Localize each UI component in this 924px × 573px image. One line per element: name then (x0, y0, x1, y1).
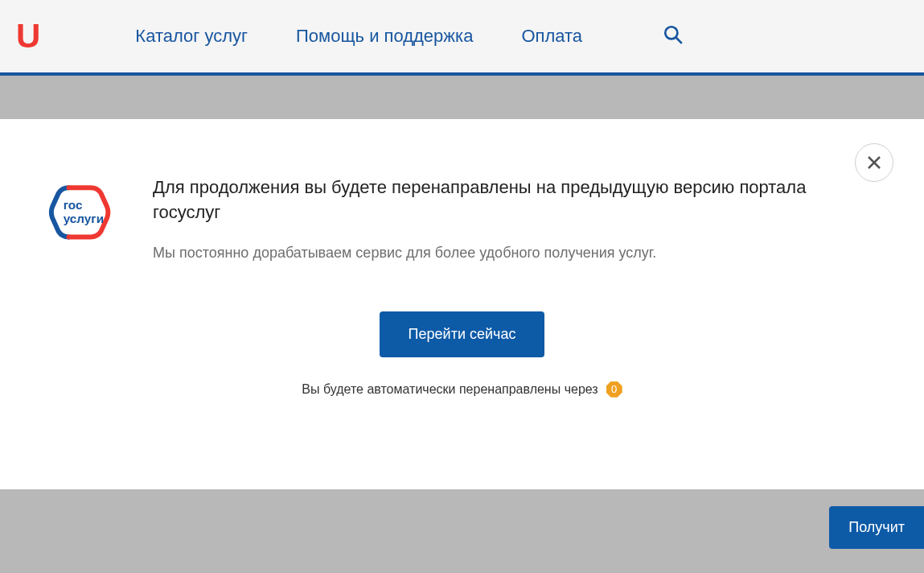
search-icon (663, 24, 684, 45)
nav-help[interactable]: Помощь и поддержка (296, 26, 473, 47)
nav-links: Каталог услуг Помощь и поддержка Оплата (135, 24, 684, 48)
svg-text:гос: гос (64, 198, 83, 212)
close-icon (866, 155, 882, 171)
modal-actions: Перейти сейчас (48, 311, 876, 357)
nav-catalog[interactable]: Каталог услуг (135, 26, 248, 47)
site-logo-fragment: U (16, 17, 39, 56)
svg-line-1 (676, 38, 682, 43)
search-button[interactable] (663, 24, 684, 48)
redirect-countdown-text: Вы будете автоматически перенаправлены ч… (48, 381, 876, 398)
modal-text-content: Для продолжения вы будете перенаправлены… (153, 175, 876, 263)
svg-point-0 (665, 27, 677, 39)
modal-body: гос услуги Для продолжения вы будете пер… (48, 175, 876, 263)
go-now-button[interactable]: Перейти сейчас (380, 311, 545, 357)
gosuslugi-logo: гос услуги (48, 179, 121, 251)
close-button[interactable] (855, 143, 893, 182)
redirect-modal: гос услуги Для продолжения вы будете пер… (0, 119, 924, 489)
get-service-button[interactable]: Получит (829, 506, 924, 549)
modal-title: Для продолжения вы будете перенаправлены… (153, 175, 876, 225)
modal-subtitle: Мы постоянно дорабатываем сервис для бол… (153, 243, 876, 263)
gosuslugi-logo-icon: гос услуги (48, 179, 117, 248)
redirect-label: Вы будете автоматически перенаправлены ч… (302, 382, 598, 397)
countdown-badge: 0 (606, 381, 622, 398)
page-header: U Каталог услуг Помощь и поддержка Оплат… (0, 0, 924, 76)
nav-payment[interactable]: Оплата (521, 26, 582, 47)
svg-text:услуги: услуги (64, 212, 104, 225)
